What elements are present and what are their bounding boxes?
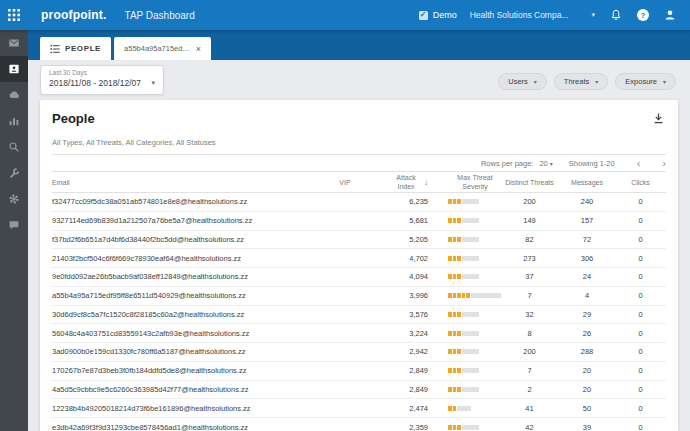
severity-bar	[448, 425, 502, 430]
company-caret-icon[interactable]: ▾	[591, 11, 595, 19]
tab-detail[interactable]: a55b4a95a715ed... ×	[114, 37, 211, 60]
demo-toggle[interactable]: ✓ Demo	[419, 10, 457, 20]
table-row[interactable]: f32477cc09f5dc38a051ab574801e8e8@healths…	[52, 193, 666, 212]
sidebar-item-mail[interactable]	[0, 30, 28, 56]
attack-index-cell: 3,224	[368, 329, 440, 338]
company-selector[interactable]: Health Solutions Compa...	[470, 10, 569, 20]
severity-cell	[440, 349, 502, 354]
email-cell[interactable]: 9327114ed69b839d1a212507a76be5a7@healths…	[52, 216, 322, 225]
account-icon[interactable]	[662, 7, 678, 23]
sidebar	[0, 30, 28, 431]
proofpoint-logo: proofpoint.	[41, 8, 107, 22]
messages-cell: 157	[557, 216, 617, 225]
column-header-vip[interactable]: VIP	[322, 179, 368, 186]
date-range-value: 2018/11/08 - 2018/12/07	[49, 78, 155, 88]
column-header-email[interactable]: Email	[52, 179, 322, 186]
table-row[interactable]: 30d6d9cf8c5a7fc1520c8f28185c60a2@healths…	[52, 306, 666, 325]
email-cell[interactable]: 9e0fdd092ae26b5bacb9af038eff12849@health…	[52, 272, 322, 281]
attack-index-cell: 3,996	[368, 291, 440, 300]
sidebar-item-tools[interactable]	[0, 160, 28, 186]
demo-checkbox[interactable]: ✓	[419, 11, 428, 20]
clicks-cell: 0	[617, 423, 664, 431]
sort-desc-icon[interactable]: ↓	[424, 178, 428, 187]
clicks-cell: 0	[617, 197, 664, 206]
exposure-filter-button[interactable]: Exposure ▾	[615, 73, 676, 90]
threats-filter-button[interactable]: Threats ▾	[554, 73, 608, 90]
main-content: Last 30 Days 2018/11/08 - 2018/12/07 ▾ U…	[28, 60, 690, 431]
notifications-bell-icon[interactable]	[608, 7, 624, 23]
email-cell[interactable]: 4a5d5c9cbbc9e5c6260c363985d42f77@healths…	[52, 385, 322, 394]
attack-index-cell: 2,942	[368, 347, 440, 356]
date-range-picker[interactable]: Last 30 Days 2018/11/08 - 2018/12/07 ▾	[40, 65, 164, 95]
apps-grid-icon[interactable]	[0, 0, 28, 30]
table-row[interactable]: 9e0fdd092ae26b5bacb9af038eff12849@health…	[52, 268, 666, 287]
email-cell[interactable]: e3db42a69f3f9d31293cbe8578456ad1@healths…	[52, 423, 322, 431]
column-header-severity[interactable]: Max Threat Severity	[440, 173, 502, 191]
table-row[interactable]: 170267b7e87d3beb3f0fb184ddfd5de8@healths…	[52, 362, 666, 381]
bar-chart-icon	[8, 115, 20, 127]
column-header-clicks[interactable]: Clicks	[617, 179, 664, 186]
users-filter-button[interactable]: Users ▾	[498, 73, 547, 90]
messages-cell: 26	[557, 329, 617, 338]
next-page-button[interactable]: ›	[662, 158, 666, 169]
severity-bar	[448, 387, 502, 392]
severity-bar	[448, 218, 502, 223]
table-row[interactable]: 21403f2bcf504c6f6f669c78930eaf64@healths…	[52, 249, 666, 268]
caret-down-icon: ▾	[534, 78, 537, 85]
column-header-messages[interactable]: Messages	[557, 179, 617, 186]
sidebar-item-search[interactable]	[0, 134, 28, 160]
table-row[interactable]: f37bd2f6b651a7d4bf6d38440f2bc5dd@healths…	[52, 231, 666, 250]
clicks-cell: 0	[617, 366, 664, 375]
severity-cell	[440, 218, 502, 223]
table-row[interactable]: 3ad0900b0e159cd1330fc780ff6a5187@healths…	[52, 343, 666, 362]
download-button[interactable]	[650, 110, 666, 126]
table-header-row: Email VIP Attack Index ↓ Max Threat Seve…	[52, 172, 666, 193]
column-header-attack-index[interactable]: Attack Index ↓	[368, 173, 440, 191]
distinct-threats-cell: 37	[502, 272, 557, 281]
messages-cell: 288	[557, 347, 617, 356]
email-cell[interactable]: f32477cc09f5dc38a051ab574801e8e8@healths…	[52, 197, 322, 206]
severity-bar	[448, 237, 502, 242]
rows-per-page-select[interactable]: 20	[539, 159, 547, 168]
tab-people[interactable]: PEOPLE	[40, 37, 111, 60]
column-header-distinct-threats[interactable]: Distinct Threats	[502, 179, 557, 186]
email-cell[interactable]: 56048c4a403751cd83559143c2afb93e@healths…	[52, 329, 322, 338]
email-cell[interactable]: 12238b4b49205018214d73f6be161896@healths…	[52, 404, 322, 413]
table-row[interactable]: 4a5d5c9cbbc9e5c6260c363985d42f77@healths…	[52, 381, 666, 400]
sidebar-item-people[interactable]	[0, 56, 28, 82]
sidebar-item-settings[interactable]	[0, 186, 28, 212]
email-cell[interactable]: f37bd2f6b651a7d4bf6d38440f2bc5dd@healths…	[52, 235, 322, 244]
email-cell[interactable]: 3ad0900b0e159cd1330fc780ff6a5187@healths…	[52, 347, 322, 356]
distinct-threats-cell: 200	[502, 347, 557, 356]
cloud-icon	[8, 89, 21, 101]
caret-down-icon: ▾	[595, 78, 598, 85]
sidebar-item-cloud[interactable]	[0, 82, 28, 108]
table-row[interactable]: 12238b4b49205018214d73f6be161896@healths…	[52, 399, 666, 418]
help-icon[interactable]: ?	[637, 9, 649, 21]
tab-close-icon[interactable]: ×	[196, 44, 201, 54]
severity-bar	[448, 199, 502, 204]
prev-page-button[interactable]: ‹	[637, 158, 641, 169]
clicks-cell: 0	[617, 329, 664, 338]
messages-cell: 240	[557, 197, 617, 206]
table-row[interactable]: e3db42a69f3f9d31293cbe8578456ad1@healths…	[52, 418, 666, 431]
caret-down-icon[interactable]: ▾	[550, 160, 553, 167]
table-row[interactable]: 56048c4a403751cd83559143c2afb93e@healths…	[52, 324, 666, 343]
pagination-bar: Rows per page: 20 ▾ Showing 1-20 ‹ ›	[52, 155, 666, 172]
list-icon	[50, 44, 60, 54]
distinct-threats-cell: 273	[502, 254, 557, 263]
email-cell[interactable]: a55b4a95a715edf95ff8e6511d540929@healths…	[52, 291, 322, 300]
email-cell[interactable]: 21403f2bcf504c6f6f669c78930eaf64@healths…	[52, 254, 322, 263]
table-row[interactable]: a55b4a95a715edf95ff8e6511d540929@healths…	[52, 287, 666, 306]
email-cell[interactable]: 170267b7e87d3beb3f0fb184ddfd5de8@healths…	[52, 366, 322, 375]
messages-cell: 20	[557, 366, 617, 375]
sidebar-item-feedback[interactable]	[0, 212, 28, 238]
attack-index-cell: 6,235	[368, 197, 440, 206]
demo-label: Demo	[433, 10, 457, 20]
sidebar-item-reports[interactable]	[0, 108, 28, 134]
severity-bar	[448, 368, 502, 373]
table-row[interactable]: 9327114ed69b839d1a212507a76be5a7@healths…	[52, 212, 666, 231]
tab-detail-label: a55b4a95a715ed...	[124, 44, 189, 53]
download-icon	[652, 112, 665, 125]
email-cell[interactable]: 30d6d9cf8c5a7fc1520c8f28185c60a2@healths…	[52, 310, 322, 319]
